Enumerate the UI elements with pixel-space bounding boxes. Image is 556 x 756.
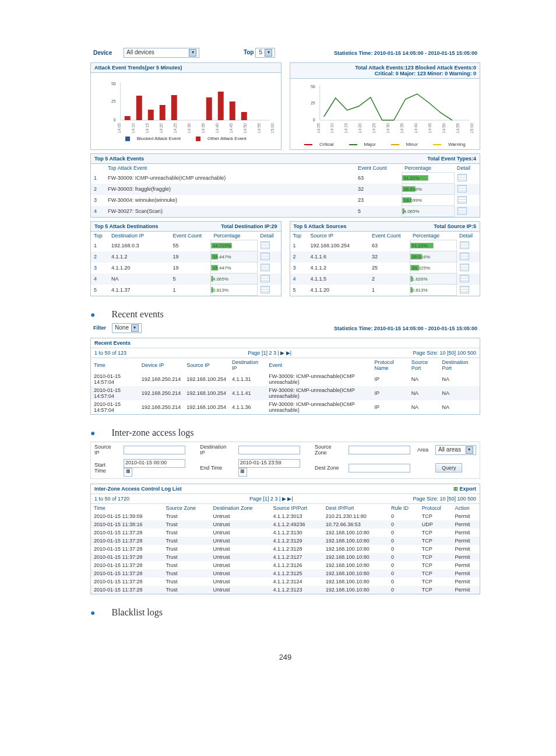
svg-text:25: 25: [111, 99, 116, 103]
src-zone-input[interactable]: [349, 446, 410, 454]
area-select[interactable]: All areas▾: [435, 445, 476, 455]
dst-zone-input[interactable]: [349, 464, 410, 473]
iz-pagesize[interactable]: Page Size: 10 [50] 100 500: [413, 496, 476, 502]
svg-rect-10: [206, 97, 212, 120]
table-row: 1 192.168.100.254 63 51.22%: [290, 240, 480, 251]
recent-range: 1 to 50 of 123: [94, 350, 126, 356]
legend-major-icon: [349, 144, 357, 145]
chevron-down-icon: ▾: [466, 446, 473, 454]
table-row: 2010-01-15 14:57:04192.168.250.214192.16…: [91, 400, 480, 414]
col-act: Action: [452, 504, 480, 512]
table-row: 3 4.1.1.2 25 20.325%: [290, 262, 480, 274]
col-pct: Percentage: [211, 232, 258, 240]
legend-critical: Critical: [319, 142, 333, 147]
table-row: 2 4.1.1.6 32 26.016%: [290, 251, 480, 262]
col-proto: Protocol Name: [372, 358, 409, 372]
table-row: 4 FW-30027: Scan(Scan) 5 4.065%: [91, 206, 480, 217]
detail-icon[interactable]: [458, 207, 467, 215]
detail-icon[interactable]: [458, 196, 467, 204]
legend-other: Other Attack Event: [207, 136, 247, 141]
start-input[interactable]: 2010-01-15 00:00: [124, 459, 185, 468]
table-row: 2010-01-15 11:37:28TrustUntrust4.1.1.2:3…: [91, 569, 480, 578]
detail-icon[interactable]: [261, 253, 270, 260]
end-input[interactable]: 2010-01-15 23:59: [238, 459, 300, 468]
top5events-total: Total Event Types:4: [427, 156, 476, 162]
col-time: Time: [91, 358, 139, 372]
export-link[interactable]: Export: [453, 486, 476, 492]
filter-select[interactable]: None ▾: [112, 323, 142, 333]
top5dest-total: Total Destination IP:29: [221, 223, 277, 229]
chevron-down-icon: ▾: [265, 49, 272, 57]
svg-rect-6: [136, 96, 142, 120]
detail-icon[interactable]: [458, 174, 467, 181]
table-row: 2010-01-15 14:57:04192.168.250.214192.16…: [91, 372, 480, 386]
legend-warning-icon: [433, 144, 441, 145]
top-label: Top: [244, 49, 254, 55]
top5dest-title: Top 5 Attack Destinations: [94, 223, 159, 229]
calendar-icon[interactable]: ▦: [238, 468, 247, 477]
detail-icon[interactable]: [261, 275, 270, 282]
table-row: 5 4.1.1.20 1 0.813%: [290, 285, 480, 296]
table-row: 2 4.1.1.2 19 15.447%: [91, 251, 281, 262]
svg-text:0: 0: [312, 118, 315, 122]
col-dst: Destination IP: [229, 358, 266, 372]
page-number: 249: [90, 653, 480, 662]
summary1: Total Attack Events:123 Blocked Attack E…: [294, 65, 477, 71]
detail-icon[interactable]: [458, 185, 467, 192]
start-label: Start Time: [91, 457, 120, 478]
table-row: 2010-01-15 11:38:16TrustUntrust4.1.1.2:4…: [91, 520, 480, 528]
detail-icon[interactable]: [460, 242, 469, 249]
dst-ip-input[interactable]: [238, 446, 300, 454]
top-select[interactable]: 5 ▾: [255, 48, 275, 58]
table-row: 2010-01-15 11:37:28TrustUntrust4.1.1.2:3…: [91, 553, 480, 561]
detail-icon[interactable]: [460, 264, 469, 271]
end-label: End Time: [196, 457, 234, 478]
table-row: 1 FW-30009: ICMP-unreachable(ICMP unreac…: [91, 173, 480, 184]
svg-rect-7: [148, 110, 154, 120]
dst-zone-label: Dest Zone: [311, 457, 345, 478]
table-row: 5 4.1.1.37 1 0.813%: [91, 285, 281, 296]
iz-pager[interactable]: Page [1] 2 3 | ▶ ▶|: [249, 496, 293, 502]
src-ip-input[interactable]: [124, 446, 185, 454]
detail-icon[interactable]: [261, 264, 270, 271]
col-sp: Source IP/Port: [270, 504, 322, 512]
table-row: 2 FW-30003: fraggle(fraggle) 32 26.016%: [91, 184, 480, 195]
detail-icon[interactable]: [261, 286, 270, 293]
chevron-down-icon: ▾: [189, 49, 196, 57]
device-value: All devices: [126, 49, 154, 55]
detail-icon[interactable]: [261, 242, 270, 249]
svg-text:25: 25: [310, 101, 315, 105]
col-dp: Dest IP/Port: [323, 504, 388, 512]
col-event: Top Attack Event: [105, 164, 355, 173]
chart1-title: Attack Event Trends(per 5 Minutes): [91, 63, 281, 73]
col-sport: Source Port: [409, 358, 439, 372]
src-zone-label: Source Zone: [311, 442, 345, 457]
svg-rect-8: [160, 105, 166, 120]
table-row: 4 4.1.1.5 2 1.626%: [290, 274, 480, 285]
table-row: 2010-01-15 11:37:28TrustUntrust4.1.1.2:3…: [91, 586, 480, 594]
col-detail: Detail: [454, 164, 480, 173]
table-row: 2010-01-15 11:39:09TrustUntrust4.1.1.2:3…: [91, 512, 480, 520]
col-dz: Destination Zone: [210, 504, 270, 512]
legend-warning: Warning: [448, 142, 466, 147]
detail-icon[interactable]: [460, 286, 469, 293]
table-row: 2010-01-15 11:37:28TrustUntrust4.1.1.2:3…: [91, 561, 480, 569]
col-sz: Source Zone: [163, 504, 210, 512]
legend-critical-icon: [304, 144, 312, 145]
recent-stats-time: Statistics Time: 2010-01-15 14:05:00 - 2…: [334, 326, 477, 331]
col-proto: Protocol: [419, 504, 452, 512]
col-pct: Percentage: [410, 232, 456, 240]
iz-range: 1 to 50 of 1720: [94, 496, 129, 502]
calendar-icon[interactable]: ▦: [124, 468, 132, 477]
col-pct: Percentage: [402, 164, 454, 173]
query-button[interactable]: Query: [435, 463, 463, 473]
col-ip: Source IP: [308, 232, 370, 240]
area-label: Area: [414, 442, 432, 457]
svg-rect-9: [171, 95, 177, 120]
device-select[interactable]: All devices ▾: [124, 48, 199, 58]
recent-pager[interactable]: Page [1] 2 3 | ▶ ▶|: [248, 350, 291, 356]
detail-icon[interactable]: [460, 275, 469, 282]
legend-major: Major: [364, 142, 376, 147]
detail-icon[interactable]: [460, 253, 469, 260]
recent-pagesize[interactable]: Page Size: 10 [50] 100 500: [413, 350, 476, 356]
